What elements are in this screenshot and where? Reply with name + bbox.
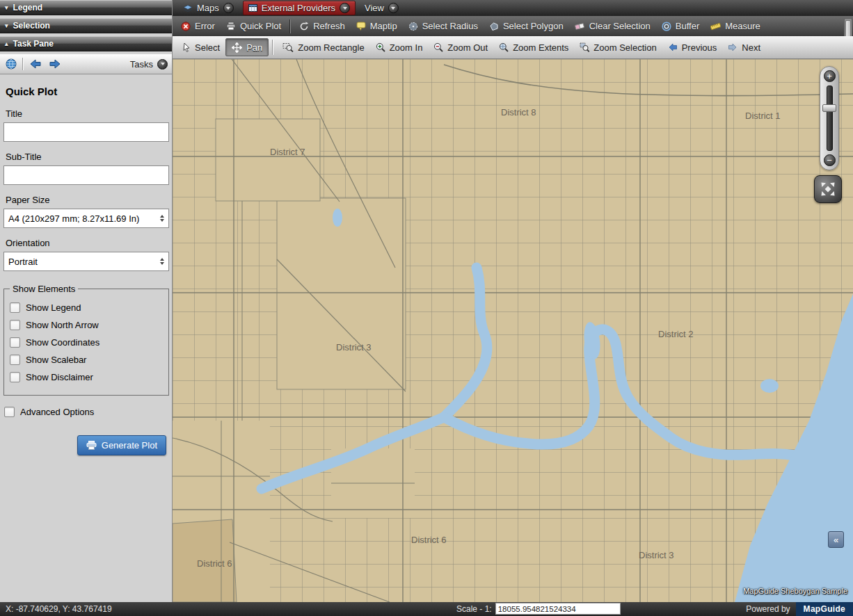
paper-size-value: A4 (210x297 mm; 8.27x11.69 In): [8, 213, 139, 224]
zoom-out-button[interactable]: Zoom Out: [428, 39, 493, 56]
district-label: District 3: [639, 550, 674, 560]
previous-view-button[interactable]: Previous: [662, 39, 723, 56]
menu-external-providers[interactable]: External Providers: [243, 1, 356, 15]
cursor-coordinates: X: -87.740629, Y: 43.767419: [6, 604, 112, 614]
task-pane-toolbar: Tasks: [0, 54, 172, 74]
district-label: District 6: [411, 535, 447, 545]
legend-panel-header[interactable]: ▾ Legend: [0, 0, 172, 15]
generate-plot-button[interactable]: Generate Plot: [77, 435, 166, 455]
select-radius-button[interactable]: Select Radius: [403, 18, 484, 35]
zoom-selection-button[interactable]: Zoom Selection: [574, 39, 662, 56]
show-disclaimer-checkbox[interactable]: [10, 372, 20, 382]
toolbar-separator: [289, 19, 291, 33]
show-disclaimer-row: Show Disclaimer: [10, 372, 163, 382]
district-label: District 6: [197, 558, 232, 569]
show-legend-label: Show Legend: [26, 302, 81, 313]
quick-plot-heading: Quick Plot: [6, 86, 168, 97]
map-viewport[interactable]: District 8 District 1 District 7 Distric…: [173, 59, 853, 602]
show-scalebar-row: Show Scalebar: [10, 355, 163, 365]
zoom-rectangle-icon: [282, 42, 294, 52]
show-scalebar-label: Show Scalebar: [26, 355, 86, 365]
zoom-slider[interactable]: + −: [820, 66, 839, 170]
chevron-down-icon: ▾: [5, 23, 8, 29]
advanced-options-row: Advanced Options: [4, 407, 168, 417]
menu-view[interactable]: View: [360, 1, 404, 15]
orientation-select[interactable]: Portrait: [3, 252, 169, 271]
tasks-dropdown-icon[interactable]: [157, 59, 168, 70]
zoom-slider-track[interactable]: [827, 86, 833, 151]
sidebar: ▾ Legend ▾ Selection ▴ Task Pane: [0, 0, 173, 602]
task-forward-button[interactable]: [47, 58, 63, 70]
legend-panel-label: Legend: [13, 3, 43, 13]
scale-label: Scale - 1:: [456, 604, 492, 614]
zoom-out-icon: [433, 42, 443, 52]
title-label: Title: [6, 108, 168, 119]
mapguide-fusion-viewer: ▾ Legend ▾ Selection ▴ Task Pane: [0, 0, 853, 616]
zoom-rectangle-label: Zoom Rectangle: [298, 42, 364, 53]
quick-plot-button[interactable]: Quick Plot: [221, 18, 287, 35]
caret-down-icon: [161, 63, 165, 65]
refresh-button[interactable]: Refresh: [294, 18, 351, 35]
pan-compass-control[interactable]: [814, 175, 842, 203]
zoom-extents-label: Zoom Extents: [513, 42, 568, 53]
show-coordinates-label: Show Coordinates: [26, 337, 99, 348]
measure-button[interactable]: Measure: [705, 18, 766, 35]
error-button[interactable]: Error: [175, 18, 221, 35]
zoom-in-button[interactable]: Zoom In: [370, 39, 429, 56]
zoom-in-label: Zoom In: [390, 42, 423, 53]
mapguide-logo: MapGuide: [796, 602, 853, 616]
title-input[interactable]: [3, 122, 169, 142]
zoom-in-icon: [376, 42, 385, 52]
error-icon: [181, 22, 191, 31]
collapse-panel-icon: «: [834, 535, 838, 545]
show-north-arrow-checkbox[interactable]: [10, 320, 20, 330]
select-polygon-button[interactable]: Select Polygon: [484, 18, 569, 35]
eraser-icon: [575, 22, 585, 31]
subtitle-input[interactable]: [3, 165, 169, 185]
clear-selection-button[interactable]: Clear Selection: [569, 18, 656, 35]
collapse-panel-button[interactable]: «: [828, 531, 844, 548]
tasks-menu-label: Tasks: [130, 59, 153, 70]
powered-by-label: Powered by: [746, 604, 790, 614]
refresh-label: Refresh: [313, 21, 345, 31]
select-tool-label: Select: [195, 42, 220, 53]
compass-arrows-icon: [818, 179, 838, 199]
show-coordinates-checkbox[interactable]: [10, 337, 20, 348]
external-providers-dropdown-icon[interactable]: [340, 3, 350, 13]
advanced-options-checkbox[interactable]: [4, 407, 15, 417]
task-pane-panel-header[interactable]: ▴ Task Pane: [0, 36, 172, 51]
show-elements-legend: Show Elements: [10, 284, 78, 294]
home-task-button[interactable]: [4, 57, 18, 71]
statusbar: X: -87.740629, Y: 43.767419 Scale - 1: P…: [0, 602, 853, 616]
select-tool-button[interactable]: Select: [177, 39, 225, 56]
zoom-selection-label: Zoom Selection: [593, 42, 656, 53]
subtitle-label: Sub-Title: [6, 152, 168, 162]
show-disclaimer-label: Show Disclaimer: [26, 372, 93, 382]
maps-dropdown-icon[interactable]: [223, 3, 234, 13]
selection-panel-header[interactable]: ▾ Selection: [0, 18, 172, 33]
zoom-slider-plus-button[interactable]: +: [824, 70, 836, 82]
zoom-extents-button[interactable]: Zoom Extents: [493, 39, 574, 56]
zoom-slider-handle[interactable]: [822, 104, 836, 112]
show-north-arrow-row: Show North Arrow: [10, 320, 163, 330]
show-legend-row: Show Legend: [10, 302, 163, 313]
task-back-button[interactable]: [28, 58, 43, 70]
view-dropdown-icon[interactable]: [388, 3, 399, 13]
paper-size-select[interactable]: A4 (210x297 mm; 8.27x11.69 In): [3, 209, 169, 228]
zoom-rectangle-button[interactable]: Zoom Rectangle: [277, 39, 369, 56]
district-label: District 1: [745, 111, 781, 121]
menu-external-providers-label: External Providers: [262, 3, 335, 13]
pan-tool-button[interactable]: Pan: [225, 38, 269, 56]
next-view-button[interactable]: Next: [722, 39, 766, 56]
zoom-slider-minus-button[interactable]: −: [824, 154, 836, 166]
maptip-bubble-icon: [356, 22, 366, 31]
show-scalebar-checkbox[interactable]: [10, 355, 20, 365]
zoom-selection-icon: [580, 42, 589, 52]
show-legend-checkbox[interactable]: [10, 302, 20, 313]
scale-input[interactable]: [495, 603, 621, 615]
maptip-button[interactable]: Maptip: [351, 18, 403, 35]
buffer-button[interactable]: Buffer: [656, 18, 705, 35]
menu-maps[interactable]: Maps: [178, 1, 239, 15]
back-arrow-icon: [29, 59, 42, 69]
district-label: District 3: [336, 342, 372, 352]
